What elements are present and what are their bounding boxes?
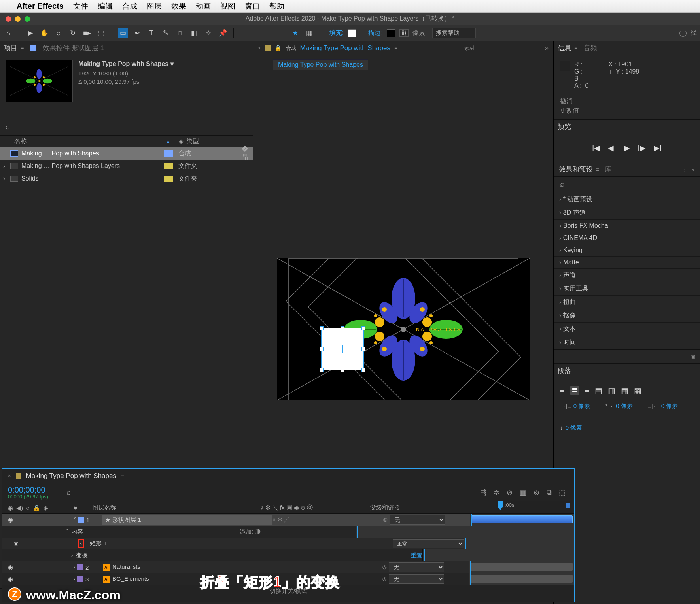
bezier-toggle[interactable]: ▦ — [304, 28, 314, 38]
lock-icon[interactable]: 🔒 — [274, 45, 282, 52]
draft3d-icon[interactable]: ✲ — [494, 488, 499, 497]
clone-tool[interactable]: ⎍ — [175, 28, 185, 38]
menu-layer[interactable]: 图层 — [147, 1, 162, 11]
effects-category[interactable]: Boris FX Mocha — [554, 219, 700, 232]
tab-effect-controls[interactable]: 效果控件 形状图层 1 — [43, 43, 104, 53]
next-frame-button[interactable]: I▶ — [638, 143, 646, 153]
tab-library[interactable]: 库 — [605, 165, 611, 174]
app-name[interactable]: After Effects — [17, 2, 64, 11]
reset-link[interactable]: 重置 — [411, 552, 422, 559]
label-swatch[interactable] — [164, 163, 173, 169]
solo-col-icon[interactable]: ○ — [26, 504, 30, 512]
play-button[interactable]: ▶ — [624, 143, 630, 153]
col-tag-icon[interactable]: ◈ — [176, 138, 186, 145]
zoom-tool[interactable]: ⌕ — [53, 28, 64, 38]
effects-category[interactable]: 3D 声道 — [554, 206, 700, 219]
twirl-icon[interactable]: › — [74, 576, 75, 582]
flowchart-icon[interactable]: �品 — [242, 145, 250, 161]
prev-frame-button[interactable]: ◀I — [608, 143, 616, 153]
menu-animation[interactable]: 动画 — [196, 1, 211, 11]
sort-arrow-icon[interactable]: ▴ — [166, 138, 170, 145]
eye-col-icon[interactable]: ◉ — [8, 504, 13, 512]
tab-project[interactable]: 项目 ≡ — [4, 43, 24, 53]
effects-category[interactable]: 声道 — [554, 268, 700, 282]
pickwhip-icon[interactable]: ⊚ — [383, 516, 388, 523]
eye-icon[interactable]: ◉ — [13, 540, 19, 547]
audio-col-icon[interactable]: ◀) — [16, 504, 23, 512]
cti-playhead[interactable] — [498, 501, 503, 510]
justify-all-icon[interactable]: ▩ — [634, 386, 641, 395]
parent-dropdown[interactable]: 无 — [389, 562, 444, 572]
indent-right[interactable]: ≡|← 0 像素 — [648, 402, 679, 410]
rect-twirl-highlighted[interactable]: › — [78, 539, 84, 548]
project-columns[interactable]: 名称 ▴ ◈ 类型 — [0, 135, 253, 147]
region-tool[interactable]: ⬚ — [96, 28, 106, 38]
twirl-icon[interactable]: ˅ — [74, 517, 76, 523]
tab-paragraph[interactable]: 段落 ≡ — [558, 366, 577, 375]
menu-effect[interactable]: 效果 — [171, 1, 186, 11]
selection-tool[interactable]: ▶ — [25, 28, 35, 38]
layer-property[interactable]: › 变换 重置 — [2, 549, 574, 561]
tab-effects[interactable]: 效果和预设 ≡ — [559, 165, 599, 174]
project-item-folder[interactable]: › Making … Pop with Shapes Layers 文件夹 — [0, 160, 253, 172]
fill-label[interactable]: 填充: — [329, 29, 344, 37]
layer-name-field[interactable]: 形状图层 1 — [112, 516, 141, 523]
tab-audio[interactable]: 音频 — [584, 43, 597, 53]
align-right-icon[interactable]: ≡ — [585, 386, 590, 395]
pen-tool[interactable]: ✒ — [132, 28, 142, 38]
time-ruler[interactable]: :00s — [496, 501, 571, 510]
effects-category[interactable]: * 动画预设 — [554, 193, 700, 206]
col-parent[interactable]: 父级和链接 — [370, 504, 457, 512]
window-close-button[interactable] — [6, 16, 11, 22]
stroke-link-icon[interactable]: ⛓ — [399, 29, 409, 37]
roto-tool[interactable]: ✧ — [203, 28, 214, 38]
layer-label-swatch[interactable] — [77, 564, 83, 570]
twirl-icon[interactable]: › — [74, 564, 75, 570]
twirl-icon[interactable]: ˅ — [66, 529, 68, 534]
orbit-tool[interactable]: ↻ — [68, 28, 78, 38]
parent-dropdown[interactable]: 无 — [389, 574, 444, 584]
stroke-label[interactable]: 描边: — [368, 29, 382, 37]
rectangle-tool[interactable]: ▭ — [118, 28, 128, 38]
project-item-folder[interactable]: › Solids 文件夹 — [0, 172, 253, 185]
justify-last-center-icon[interactable]: ▥ — [608, 386, 615, 395]
effects-category[interactable]: Keying — [554, 244, 700, 256]
label-swatch[interactable] — [164, 176, 173, 182]
timeline-search[interactable] — [66, 489, 89, 496]
justify-last-right-icon[interactable]: ▦ — [621, 386, 628, 395]
effects-category[interactable]: 实用工具 — [554, 282, 700, 295]
graph-editor-icon[interactable]: ⧉ — [547, 488, 552, 497]
home-button[interactable]: ⌂ — [3, 28, 13, 38]
menu-composition[interactable]: 合成 — [122, 1, 137, 11]
menu-view[interactable]: 视图 — [220, 1, 235, 11]
eye-icon[interactable]: ◉ — [8, 564, 13, 571]
puppet-tool[interactable]: 📌 — [218, 28, 228, 38]
project-search[interactable] — [5, 123, 28, 132]
comp-mini-flowchart-icon[interactable]: ⇶ — [481, 488, 486, 497]
menu-help[interactable]: 帮助 — [269, 1, 284, 11]
layer-switches[interactable]: ♀ ✼ ／ — [272, 516, 383, 523]
help-search[interactable]: 搜索帮助 — [432, 28, 476, 38]
comp-name[interactable]: Making Type Pop with Shapes — [300, 44, 390, 52]
timeline-comp-name[interactable]: Making Type Pop with Shapes — [26, 472, 116, 480]
project-thumbnail[interactable] — [6, 60, 73, 102]
panel-overflow[interactable]: » — [545, 45, 549, 52]
menu-edit[interactable]: 编辑 — [98, 1, 113, 11]
tab-info[interactable]: 信息 ≡ — [558, 43, 577, 53]
timeline-close[interactable]: × — [8, 473, 11, 479]
col-name[interactable]: 名称 — [3, 137, 160, 145]
tab-preview[interactable]: 预览 ≡ — [558, 122, 577, 131]
frame-blend-icon[interactable]: ▥ — [520, 488, 526, 497]
render-icon[interactable]: ⬚ — [559, 488, 566, 497]
col-index[interactable]: # — [74, 504, 89, 511]
last-frame-button[interactable]: ▶I — [654, 143, 662, 153]
comp-menu-icon[interactable]: ≡ — [394, 45, 397, 51]
effects-category[interactable]: 抠像 — [554, 309, 700, 322]
label-col-icon[interactable]: ◈ — [44, 504, 48, 512]
fill-swatch[interactable] — [348, 29, 356, 37]
star-toggle[interactable]: ★ — [290, 28, 300, 38]
effects-category[interactable]: 扭曲 — [554, 295, 700, 309]
layer-property[interactable]: ˅ 内容 添加: ◑ — [2, 526, 574, 538]
effects-category[interactable]: 时间 — [554, 336, 700, 349]
menu-file[interactable]: 文件 — [73, 1, 88, 11]
